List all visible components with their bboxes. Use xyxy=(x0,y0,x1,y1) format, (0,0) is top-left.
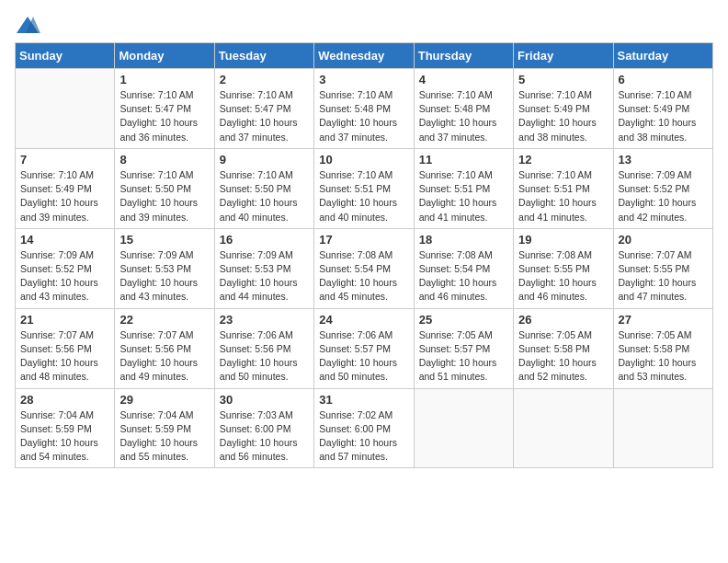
day-info: Sunrise: 7:10 AMSunset: 5:50 PMDaylight:… xyxy=(220,168,309,224)
day-number: 2 xyxy=(220,73,309,86)
day-info: Sunrise: 7:02 AMSunset: 6:00 PMDaylight:… xyxy=(319,408,408,465)
day-info: Sunrise: 7:10 AMSunset: 5:47 PMDaylight:… xyxy=(119,88,209,144)
calendar-header-sunday: Sunday xyxy=(16,43,115,69)
day-number: 13 xyxy=(619,153,708,167)
day-number: 19 xyxy=(518,233,608,247)
calendar-cell: 13Sunrise: 7:09 AMSunset: 5:52 PMDayligh… xyxy=(613,148,712,228)
day-info: Sunrise: 7:09 AMSunset: 5:52 PMDaylight:… xyxy=(20,248,109,304)
day-number: 26 xyxy=(518,313,608,327)
calendar-cell: 25Sunrise: 7:05 AMSunset: 5:57 PMDayligh… xyxy=(414,308,513,388)
day-number: 5 xyxy=(518,73,608,86)
calendar-cell: 4Sunrise: 7:10 AMSunset: 5:48 PMDaylight… xyxy=(414,69,513,149)
calendar-cell: 19Sunrise: 7:08 AMSunset: 5:55 PMDayligh… xyxy=(514,228,613,308)
day-info: Sunrise: 7:10 AMSunset: 5:49 PMDaylight:… xyxy=(518,88,608,144)
day-info: Sunrise: 7:05 AMSunset: 5:57 PMDaylight:… xyxy=(419,328,508,385)
day-info: Sunrise: 7:10 AMSunset: 5:47 PMDaylight:… xyxy=(220,88,309,144)
day-info: Sunrise: 7:03 AMSunset: 6:00 PMDaylight:… xyxy=(220,408,309,465)
day-info: Sunrise: 7:07 AMSunset: 5:56 PMDaylight:… xyxy=(119,328,209,385)
day-info: Sunrise: 7:10 AMSunset: 5:51 PMDaylight:… xyxy=(319,168,408,224)
calendar-cell: 5Sunrise: 7:10 AMSunset: 5:49 PMDaylight… xyxy=(514,69,613,149)
day-number: 30 xyxy=(220,393,309,407)
calendar-header-wednesday: Wednesday xyxy=(314,43,414,69)
day-info: Sunrise: 7:07 AMSunset: 5:55 PMDaylight:… xyxy=(619,248,708,304)
day-info: Sunrise: 7:10 AMSunset: 5:49 PMDaylight:… xyxy=(20,168,109,224)
day-info: Sunrise: 7:04 AMSunset: 5:59 PMDaylight:… xyxy=(20,408,109,465)
calendar-week-row: 21Sunrise: 7:07 AMSunset: 5:56 PMDayligh… xyxy=(16,308,713,388)
calendar-cell xyxy=(514,388,613,468)
calendar-cell: 27Sunrise: 7:05 AMSunset: 5:58 PMDayligh… xyxy=(613,308,712,388)
day-info: Sunrise: 7:09 AMSunset: 5:53 PMDaylight:… xyxy=(119,248,209,304)
day-info: Sunrise: 7:06 AMSunset: 5:56 PMDaylight:… xyxy=(220,328,309,385)
calendar-header-row: SundayMondayTuesdayWednesdayThursdayFrid… xyxy=(16,43,713,69)
calendar-cell: 31Sunrise: 7:02 AMSunset: 6:00 PMDayligh… xyxy=(314,388,414,468)
day-number: 27 xyxy=(619,313,708,327)
calendar-cell: 6Sunrise: 7:10 AMSunset: 5:49 PMDaylight… xyxy=(613,69,712,149)
day-info: Sunrise: 7:07 AMSunset: 5:56 PMDaylight:… xyxy=(20,328,109,385)
calendar-cell: 11Sunrise: 7:10 AMSunset: 5:51 PMDayligh… xyxy=(414,148,513,228)
day-info: Sunrise: 7:05 AMSunset: 5:58 PMDaylight:… xyxy=(518,328,608,385)
day-info: Sunrise: 7:10 AMSunset: 5:50 PMDaylight:… xyxy=(119,168,209,224)
day-info: Sunrise: 7:10 AMSunset: 5:49 PMDaylight:… xyxy=(619,88,708,144)
header xyxy=(15,15,713,35)
day-number: 22 xyxy=(119,313,209,327)
day-number: 31 xyxy=(319,393,408,407)
calendar-cell: 22Sunrise: 7:07 AMSunset: 5:56 PMDayligh… xyxy=(115,308,214,388)
calendar-header-friday: Friday xyxy=(514,43,613,69)
day-number: 23 xyxy=(220,313,309,327)
day-number: 6 xyxy=(619,73,708,86)
day-info: Sunrise: 7:10 AMSunset: 5:48 PMDaylight:… xyxy=(419,88,508,144)
calendar-cell: 24Sunrise: 7:06 AMSunset: 5:57 PMDayligh… xyxy=(314,308,414,388)
calendar-week-row: 28Sunrise: 7:04 AMSunset: 5:59 PMDayligh… xyxy=(16,388,713,468)
day-info: Sunrise: 7:04 AMSunset: 5:59 PMDaylight:… xyxy=(119,408,209,465)
calendar-cell xyxy=(414,388,513,468)
calendar-cell: 10Sunrise: 7:10 AMSunset: 5:51 PMDayligh… xyxy=(314,148,414,228)
day-info: Sunrise: 7:05 AMSunset: 5:58 PMDaylight:… xyxy=(619,328,708,385)
calendar-cell: 9Sunrise: 7:10 AMSunset: 5:50 PMDaylight… xyxy=(214,148,313,228)
day-info: Sunrise: 7:08 AMSunset: 5:54 PMDaylight:… xyxy=(319,248,408,304)
page-container: SundayMondayTuesdayWednesdayThursdayFrid… xyxy=(15,15,713,468)
calendar-cell: 21Sunrise: 7:07 AMSunset: 5:56 PMDayligh… xyxy=(16,308,115,388)
day-info: Sunrise: 7:10 AMSunset: 5:48 PMDaylight:… xyxy=(319,88,408,144)
logo-icon xyxy=(15,15,40,35)
calendar-week-row: 7Sunrise: 7:10 AMSunset: 5:49 PMDaylight… xyxy=(16,148,713,228)
day-info: Sunrise: 7:08 AMSunset: 5:54 PMDaylight:… xyxy=(419,248,508,304)
day-info: Sunrise: 7:09 AMSunset: 5:52 PMDaylight:… xyxy=(619,168,708,224)
calendar-cell: 18Sunrise: 7:08 AMSunset: 5:54 PMDayligh… xyxy=(414,228,513,308)
calendar-cell: 20Sunrise: 7:07 AMSunset: 5:55 PMDayligh… xyxy=(613,228,712,308)
calendar-cell: 7Sunrise: 7:10 AMSunset: 5:49 PMDaylight… xyxy=(16,148,115,228)
calendar-cell: 15Sunrise: 7:09 AMSunset: 5:53 PMDayligh… xyxy=(115,228,214,308)
calendar-cell xyxy=(16,69,115,149)
day-number: 1 xyxy=(119,73,209,86)
day-info: Sunrise: 7:10 AMSunset: 5:51 PMDaylight:… xyxy=(518,168,608,224)
calendar-cell: 23Sunrise: 7:06 AMSunset: 5:56 PMDayligh… xyxy=(214,308,313,388)
day-info: Sunrise: 7:06 AMSunset: 5:57 PMDaylight:… xyxy=(319,328,408,385)
calendar-header-saturday: Saturday xyxy=(613,43,712,69)
calendar-table: SundayMondayTuesdayWednesdayThursdayFrid… xyxy=(15,42,713,468)
day-number: 3 xyxy=(319,73,408,86)
calendar-cell: 12Sunrise: 7:10 AMSunset: 5:51 PMDayligh… xyxy=(514,148,613,228)
day-number: 14 xyxy=(20,233,109,247)
day-number: 17 xyxy=(319,233,408,247)
day-number: 10 xyxy=(319,153,408,167)
calendar-cell: 17Sunrise: 7:08 AMSunset: 5:54 PMDayligh… xyxy=(314,228,414,308)
calendar-cell: 8Sunrise: 7:10 AMSunset: 5:50 PMDaylight… xyxy=(115,148,214,228)
day-number: 12 xyxy=(518,153,608,167)
calendar-cell: 1Sunrise: 7:10 AMSunset: 5:47 PMDaylight… xyxy=(115,69,214,149)
day-number: 7 xyxy=(20,153,109,167)
calendar-cell: 16Sunrise: 7:09 AMSunset: 5:53 PMDayligh… xyxy=(214,228,313,308)
day-number: 25 xyxy=(419,313,508,327)
calendar-header-monday: Monday xyxy=(115,43,214,69)
calendar-week-row: 1Sunrise: 7:10 AMSunset: 5:47 PMDaylight… xyxy=(16,69,713,149)
calendar-cell: 30Sunrise: 7:03 AMSunset: 6:00 PMDayligh… xyxy=(214,388,313,468)
day-number: 4 xyxy=(419,73,508,86)
day-number: 24 xyxy=(319,313,408,327)
calendar-cell: 28Sunrise: 7:04 AMSunset: 5:59 PMDayligh… xyxy=(16,388,115,468)
day-number: 11 xyxy=(419,153,508,167)
day-number: 9 xyxy=(220,153,309,167)
day-number: 28 xyxy=(20,393,109,407)
calendar-header-tuesday: Tuesday xyxy=(214,43,313,69)
day-info: Sunrise: 7:09 AMSunset: 5:53 PMDaylight:… xyxy=(220,248,309,304)
logo xyxy=(15,15,44,35)
calendar-cell: 29Sunrise: 7:04 AMSunset: 5:59 PMDayligh… xyxy=(115,388,214,468)
day-number: 8 xyxy=(119,153,209,167)
